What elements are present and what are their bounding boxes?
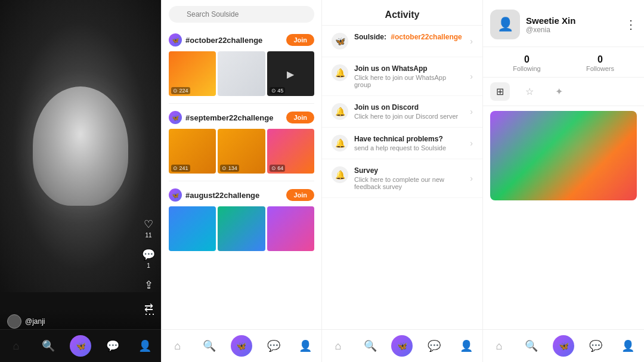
bell-icon-1: 🔔 <box>332 103 348 120</box>
profile-img-overlay <box>490 111 637 200</box>
profile-avatar: 👤 <box>490 10 520 39</box>
share-button[interactable]: ⇪ <box>144 279 153 292</box>
challenge-img-1-3[interactable]: ▶ ⊙ 45 <box>267 51 314 96</box>
p2-nav-chat[interactable]: 💬 <box>263 339 284 352</box>
p2-nav-butterfly[interactable]: 🦋 <box>231 335 252 357</box>
nav-home[interactable]: ⌂ <box>5 340 27 352</box>
p3-nav-chat[interactable]: 💬 <box>423 339 445 352</box>
img-count-1-1: ⊙ 224 <box>171 87 190 94</box>
p4-nav-butterfly[interactable]: 🦋 <box>553 335 574 357</box>
followers-label: Followers <box>564 65 637 72</box>
challenge-name-1[interactable]: #october22challenge <box>185 36 262 45</box>
activity-sub-3: Click here to complete our new feedback … <box>354 176 464 190</box>
more-button[interactable]: ⋯ <box>144 307 155 320</box>
p3-nav-home[interactable]: ⌂ <box>327 340 349 352</box>
challenge-img-3-3[interactable] <box>267 206 314 251</box>
profile-info: Sweetie Xin @xenia <box>526 16 619 34</box>
challenge-name-3[interactable]: #august22challenge <box>185 191 259 200</box>
challenge-name-2[interactable]: #september22challenge <box>185 113 273 122</box>
activity-panel: Activity 🦋 Soulside: #october22challenge… <box>322 0 483 362</box>
p4-nav-chat[interactable]: 💬 <box>585 339 606 352</box>
challenge-img-2-1[interactable]: ⊙ 241 <box>169 129 216 174</box>
chevron-icon-4: › <box>470 174 473 183</box>
comment-icon: 💬 <box>142 248 155 261</box>
challenge-icon-2: 🦋 <box>169 111 182 124</box>
challenge-icon-3: 🦋 <box>169 188 182 202</box>
chevron-icon-3: › <box>470 138 473 148</box>
profile-handle: @xenia <box>526 26 619 34</box>
following-count: 0 <box>490 54 564 65</box>
p3-nav-profile[interactable]: 👤 <box>456 339 477 352</box>
comment-button[interactable]: 💬 1 <box>142 248 155 269</box>
p4-nav-home[interactable]: ⌂ <box>488 340 510 352</box>
profile-header: 👤 Sweetie Xin @xenia ⋮ <box>483 0 644 47</box>
more-options-button[interactable]: ⋮ <box>625 17 637 32</box>
skull-background <box>0 0 161 292</box>
chevron-icon-0: › <box>470 36 473 46</box>
challenge-images-2: ⊙ 241 ⊙ 134 ⊙ 64 <box>169 129 314 174</box>
nav-profile[interactable]: 👤 <box>134 339 156 352</box>
img-count-2-3: ⊙ 64 <box>270 165 286 172</box>
tab-share[interactable]: ✦ <box>549 82 569 101</box>
challenge-img-1-2[interactable] <box>218 51 265 96</box>
challenge-header-3: 🦋 #august22challenge Join <box>169 188 314 202</box>
activity-item-2[interactable]: 🔔 Have technical problems? send a help r… <box>322 128 482 159</box>
p2-nav-home[interactable]: ⌂ <box>167 340 188 352</box>
nav-butterfly[interactable]: 🦋 <box>70 335 91 357</box>
feed-username[interactable]: @janji <box>25 317 45 326</box>
nav-search[interactable]: 🔍 <box>38 339 59 352</box>
challenge-img-3-2[interactable] <box>218 206 265 251</box>
activity-item-1[interactable]: 🔔 Join us on Discord Click here to join … <box>322 96 482 128</box>
soulside-link[interactable]: #october22challenge <box>391 33 462 41</box>
profile-tabs: ⊞ ☆ ✦ <box>483 78 644 106</box>
following-label: Following <box>490 65 564 72</box>
panel4-bottom-nav: ⌂ 🔍 🦋 💬 👤 <box>483 329 644 362</box>
p2-nav-profile[interactable]: 👤 <box>295 339 316 352</box>
p4-nav-profile[interactable]: 👤 <box>617 339 639 352</box>
challenge-header-1: 🦋 #october22challenge Join <box>169 33 314 47</box>
p2-nav-search[interactable]: 🔍 <box>199 339 220 352</box>
profile-name: Sweetie Xin <box>526 16 619 26</box>
p3-nav-butterfly[interactable]: 🦋 <box>391 335 413 357</box>
challenge-september: 🦋 #september22challenge Join ⊙ 241 ⊙ 134… <box>162 106 321 178</box>
soulside-activity-item[interactable]: 🦋 Soulside: #october22challenge › <box>322 26 482 57</box>
challenge-img-1-1[interactable]: ⊙ 224 <box>169 51 216 96</box>
img-count-1-3: ⊙ 45 <box>270 87 286 94</box>
join-btn-2[interactable]: Join <box>286 112 314 123</box>
challenge-august: 🦋 #august22challenge Join <box>162 184 321 256</box>
activity-item-3[interactable]: 🔔 Survey Click here to complete our new … <box>322 159 482 198</box>
search-input[interactable] <box>169 6 314 23</box>
activity-title-0: Join us on WhatsApp <box>354 64 464 73</box>
activity-sub-1: Click here to join our Discord server <box>354 113 464 120</box>
activity-content-2: Have technical problems? send a help req… <box>354 135 464 151</box>
challenge-img-2-2[interactable]: ⊙ 134 <box>218 129 265 174</box>
join-btn-3[interactable]: Join <box>286 189 314 201</box>
play-icon-1: ▶ <box>287 68 294 79</box>
soulside-icon: 🦋 <box>332 33 348 49</box>
profile-stats: 0 Following 0 Followers <box>483 47 644 78</box>
p3-nav-search[interactable]: 🔍 <box>360 339 381 352</box>
soulside-label: Soulside: #october22challenge <box>354 33 464 41</box>
challenge-img-2-3[interactable]: ⊙ 64 <box>267 129 314 174</box>
tab-grid[interactable]: ⊞ <box>490 82 510 101</box>
profile-grid-img-1[interactable] <box>490 111 637 200</box>
share-icon: ⇪ <box>144 279 153 292</box>
following-stat: 0 Following <box>490 54 564 72</box>
challenge-title-row-2: 🦋 #september22challenge <box>169 111 273 124</box>
join-btn-1[interactable]: Join <box>286 34 314 46</box>
p4-nav-search[interactable]: 🔍 <box>521 339 542 352</box>
activity-list: 🦋 Soulside: #october22challenge › 🔔 Join… <box>322 26 482 329</box>
like-button[interactable]: ♡ 11 <box>144 218 153 239</box>
challenge-img-3-1[interactable] <box>169 206 216 251</box>
challenges-list: 🦋 #october22challenge Join ⊙ 224 ▶ ⊙ 45 <box>162 29 321 362</box>
explore-panel: 🔍 🦋 #october22challenge Join ⊙ 224 ▶ <box>161 0 322 362</box>
like-count: 11 <box>145 232 151 239</box>
nav-chat[interactable]: 💬 <box>102 339 123 352</box>
search-wrapper: 🔍 <box>169 6 314 23</box>
challenge-header-2: 🦋 #september22challenge Join <box>169 111 314 124</box>
search-bar: 🔍 <box>162 0 321 29</box>
activity-item-0[interactable]: 🔔 Join us on WhatsApp Click here to join… <box>322 57 482 96</box>
tab-star[interactable]: ☆ <box>519 82 540 101</box>
challenge-icon-1: 🦋 <box>169 33 182 47</box>
panel2-bottom-nav: ⌂ 🔍 🦋 💬 👤 <box>162 329 321 362</box>
